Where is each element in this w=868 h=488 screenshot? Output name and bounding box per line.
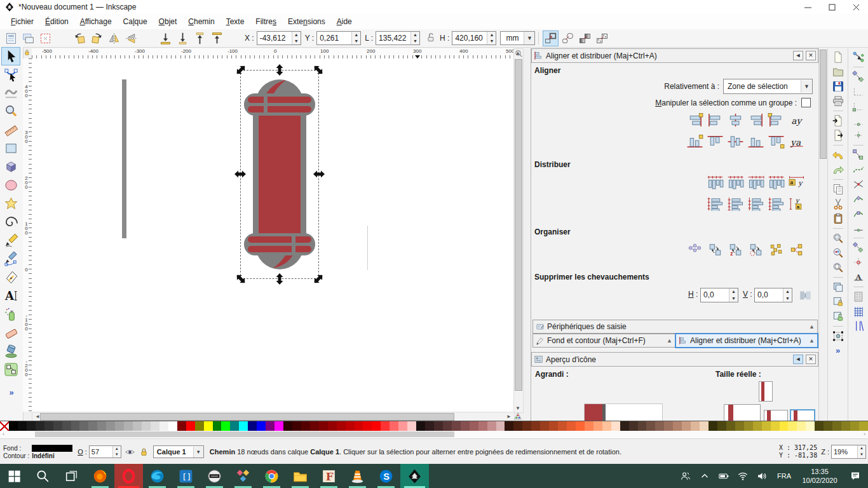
transform-patterns-icon[interactable] (594, 30, 610, 46)
palette-swatch[interactable] (159, 421, 168, 431)
menu-item[interactable]: Filtres (250, 15, 282, 28)
palette-swatch[interactable] (213, 421, 222, 431)
close-panel-button[interactable]: ✕ (806, 51, 816, 60)
snap-object-centers-icon[interactable] (851, 240, 866, 255)
transform-gradients-icon[interactable] (577, 30, 593, 46)
scale-handle-n[interactable] (276, 64, 283, 76)
scale-rounded-corners-icon[interactable] (560, 30, 576, 46)
undock-button[interactable]: ◄ (793, 355, 803, 364)
align-center-horizontal-icon[interactable] (726, 133, 745, 150)
palette-swatch[interactable] (310, 421, 319, 431)
taskbar-item[interactable] (229, 464, 257, 488)
palette-swatch[interactable] (585, 421, 593, 431)
zoom-icon[interactable] (1, 102, 20, 121)
unit-dropdown[interactable]: mm▼ (500, 31, 535, 45)
taskbar-item[interactable]: [] (172, 464, 200, 488)
fill-color-swatch[interactable] (32, 445, 72, 452)
rotate-ccw-icon[interactable] (72, 30, 88, 46)
toolbar-button[interactable] (55, 30, 71, 46)
scale-handle-e[interactable] (313, 170, 325, 178)
toolbar-button[interactable] (140, 30, 156, 46)
command-button[interactable] (832, 142, 844, 147)
palette-swatch[interactable] (44, 421, 53, 431)
palette-swatch[interactable] (97, 421, 106, 431)
palette-swatch[interactable] (638, 421, 647, 431)
menu-item[interactable]: Calque (118, 15, 153, 28)
snap-enabled-icon[interactable] (851, 50, 866, 64)
snap-button[interactable] (852, 235, 865, 240)
palette-swatch[interactable] (771, 421, 780, 431)
snap-button[interactable] (852, 64, 865, 69)
palette-swatch[interactable] (762, 421, 771, 431)
align-top-edges-icon[interactable] (705, 133, 724, 150)
distribute-text-vertical-icon[interactable]: ya (787, 196, 806, 212)
palette-swatch[interactable] (841, 421, 850, 431)
command-button[interactable] (832, 274, 844, 280)
tray-item[interactable] (752, 464, 771, 488)
h-gap-field[interactable]: 0,0▲▼ (700, 288, 738, 302)
flip-vertical-icon[interactable] (123, 30, 139, 46)
palette-swatch[interactable] (283, 421, 292, 431)
palette-swatch[interactable] (381, 421, 390, 431)
menu-item[interactable]: Affichage (74, 15, 118, 28)
palette-swatch[interactable] (824, 421, 832, 431)
tweak-icon[interactable] (1, 84, 20, 102)
taskbar-item[interactable] (286, 464, 315, 488)
palette-swatch[interactable] (780, 421, 789, 431)
distribute-centers-horizontal-icon[interactable] (726, 174, 745, 191)
raise-to-top-icon[interactable] (209, 30, 225, 46)
palette-swatch[interactable] (275, 421, 283, 431)
palette-swatch[interactable] (717, 421, 726, 431)
palette-swatch[interactable] (496, 421, 505, 431)
palette-swatch[interactable] (363, 421, 372, 431)
snap-bbox-edges-icon[interactable] (851, 84, 866, 98)
snap-page-border-icon[interactable] (851, 289, 866, 304)
palette-swatch[interactable] (151, 421, 159, 431)
menu-item[interactable]: Fichier (5, 15, 39, 28)
palette-scrollbar[interactable]: ‹ › (0, 431, 868, 438)
deselect-icon[interactable] (37, 30, 53, 46)
palette-swatch[interactable] (346, 421, 355, 431)
palette-swatch[interactable] (221, 421, 230, 431)
palette-swatch[interactable] (815, 421, 824, 431)
pen-icon[interactable] (1, 250, 20, 268)
x-field[interactable]: -43,612▲▼ (257, 31, 301, 45)
snap-text-baselines-icon[interactable]: A (851, 269, 866, 284)
palette-swatch[interactable] (168, 421, 177, 431)
taskbar-item[interactable] (0, 464, 29, 488)
randomize-positions-icon[interactable] (766, 241, 785, 258)
palette-swatch[interactable] (620, 421, 629, 431)
distribute-bottom-edges-icon[interactable] (746, 196, 765, 212)
palette-swatch[interactable] (79, 421, 88, 431)
canvas-vertical-scrollbar[interactable]: ▲ ▼ (513, 48, 524, 413)
ruler-units-lock-icon[interactable] (23, 48, 32, 58)
taskbar-item[interactable]: F (315, 464, 343, 488)
zoom-field[interactable]: 19%▲▼ (831, 445, 866, 459)
command-button[interactable] (832, 177, 844, 182)
palette-swatch[interactable] (513, 421, 522, 431)
eraser-icon[interactable] (1, 323, 20, 342)
scale-handle-w[interactable] (234, 170, 246, 178)
print-icon[interactable] (831, 93, 846, 108)
palette-swatch[interactable] (27, 421, 36, 431)
panel-align-distribute[interactable]: Aligner et distribuer (Maj+Ctrl+A)▲ (675, 333, 818, 348)
taskbar-item[interactable] (200, 464, 229, 488)
unlink-clone-icon[interactable] (831, 309, 846, 323)
palette-swatch[interactable] (567, 421, 576, 431)
palette-swatch[interactable] (106, 421, 115, 431)
align-top-to-anchor-bottom-icon[interactable] (766, 133, 785, 150)
layer-visibility-icon[interactable] (125, 447, 135, 458)
palette-swatch[interactable] (398, 421, 407, 431)
palette-swatch[interactable] (726, 421, 735, 431)
snap-button[interactable] (852, 142, 865, 147)
palette-swatch[interactable] (593, 421, 602, 431)
align-left-edges-icon[interactable] (705, 112, 724, 128)
color-management-icon[interactable] (513, 412, 522, 421)
tray-item[interactable] (695, 464, 714, 488)
group-move-checkbox[interactable] (801, 98, 811, 107)
palette-swatch[interactable] (673, 421, 682, 431)
snap-button[interactable] (852, 284, 865, 289)
snap-rotation-centers-icon[interactable] (851, 255, 866, 269)
menu-item[interactable]: Texte (220, 15, 250, 28)
palette-swatch[interactable] (372, 421, 381, 431)
